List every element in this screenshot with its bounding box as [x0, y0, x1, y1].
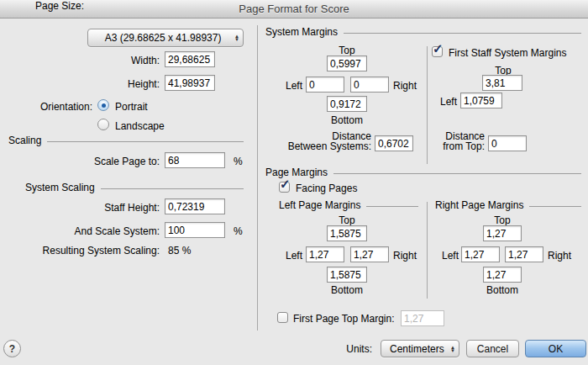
height-field[interactable]: [165, 75, 215, 91]
right-pm-bottom-field[interactable]: [483, 267, 522, 283]
scale-page-unit: %: [234, 156, 243, 167]
distance-from-top-field[interactable]: [488, 135, 527, 151]
left-pm-right-field[interactable]: [350, 246, 389, 262]
left-pm-left-label: Left: [277, 250, 302, 262]
first-staff-left-field[interactable]: [460, 93, 502, 108]
facing-pages-checkbox[interactable]: ✓: [279, 182, 290, 193]
staff-height-field[interactable]: [165, 198, 225, 214]
first-staff-checkbox-label: First Staff System Margins: [449, 47, 566, 59]
width-field[interactable]: [165, 51, 215, 67]
resulting-scaling-label: Resulting System Scaling:: [25, 245, 160, 257]
units-popup[interactable]: Centimeters ▲▼: [381, 340, 459, 357]
left-pm-bottom-label: Bottom: [323, 284, 370, 296]
distance-between-systems-label: Distance Between Systems:: [277, 131, 371, 151]
cancel-button[interactable]: Cancel: [466, 340, 519, 357]
popup-stepper-icon: ▲▼: [450, 346, 455, 352]
page-margins-section-header: Page Margins: [265, 167, 581, 178]
left-pm-bottom-field[interactable]: [327, 267, 367, 283]
landscape-radio[interactable]: [97, 119, 109, 130]
and-scale-system-field[interactable]: [165, 222, 225, 238]
scale-page-field[interactable]: [165, 152, 225, 168]
left-pm-left-field[interactable]: [306, 246, 344, 262]
help-button[interactable]: ?: [3, 340, 21, 357]
system-margins-right-field[interactable]: [350, 77, 389, 93]
system-margins-bottom-label: Bottom: [323, 114, 370, 126]
portrait-label: Portrait: [115, 101, 148, 113]
right-pm-top-field[interactable]: [483, 225, 522, 241]
system-margins-top-label: Top: [323, 45, 370, 56]
window-titlebar[interactable]: Page Format for Score: [0, 0, 588, 19]
system-margins-top-field[interactable]: [327, 56, 367, 71]
portrait-radio[interactable]: [97, 99, 109, 111]
first-staff-checkbox[interactable]: ✓: [432, 46, 443, 57]
facing-pages-label: Facing Pages: [296, 182, 357, 194]
first-page-top-margin-label: First Page Top Margin:: [293, 313, 395, 325]
ok-button[interactable]: OK: [525, 340, 586, 357]
checkmark-icon: ✓: [280, 177, 291, 192]
first-staff-left-label: Left: [432, 96, 457, 108]
left-pm-top-label: Top: [323, 214, 370, 226]
checkmark-icon: ✓: [433, 41, 444, 56]
system-margins-bottom-field[interactable]: [327, 96, 367, 112]
width-label: Width:: [84, 55, 160, 66]
distance-between-systems-field[interactable]: [375, 135, 413, 151]
height-label: Height:: [84, 78, 160, 90]
right-pm-left-field[interactable]: [461, 246, 500, 262]
first-staff-top-field[interactable]: [482, 75, 522, 91]
left-page-margins-header: Left Page Margins: [279, 199, 418, 211]
main-vertical-divider: [257, 25, 258, 331]
system-margins-section-header: System Margins: [265, 26, 581, 38]
right-pm-top-label: Top: [481, 214, 523, 226]
and-scale-system-label: And Scale System:: [42, 225, 160, 237]
landscape-label: Landscape: [115, 120, 165, 132]
page-margins-divider: [427, 202, 428, 299]
page-size-popup[interactable]: A3 (29.68625 x 41.98937) ▲▼: [87, 29, 244, 47]
right-pm-right-label: Right: [548, 250, 571, 262]
resulting-scaling-value: 85 %: [168, 245, 191, 257]
system-scaling-section-header: System Scaling: [25, 182, 244, 193]
and-scale-system-unit: %: [234, 225, 243, 237]
left-pm-right-label: Right: [393, 250, 417, 262]
orientation-label: Orientation:: [8, 101, 92, 113]
system-margins-left-label: Left: [277, 80, 302, 92]
popup-stepper-icon: ▲▼: [234, 34, 239, 41]
right-pm-left-label: Left: [433, 250, 459, 262]
right-page-margins-header: Right Page Margins: [435, 199, 581, 211]
units-popup-value: Centimeters: [390, 343, 447, 355]
scaling-section-header: Scaling: [8, 135, 244, 146]
right-pm-bottom-label: Bottom: [481, 284, 523, 296]
system-margins-left-field[interactable]: [306, 77, 344, 93]
question-mark-icon: ?: [9, 343, 15, 355]
page-size-label: Page Size:: [0, 0, 84, 12]
staff-height-label: Staff Height:: [50, 202, 160, 214]
page-size-popup-value: A3 (29.68625 x 41.98937): [95, 32, 231, 44]
right-pm-right-field[interactable]: [505, 246, 543, 262]
first-page-top-margin-field: [401, 310, 444, 326]
units-label: Units:: [330, 343, 372, 355]
scale-page-label: Scale Page to:: [50, 156, 160, 167]
left-pm-top-field[interactable]: [327, 225, 367, 241]
first-page-top-margin-checkbox[interactable]: [277, 312, 288, 323]
distance-from-top-label: Distance from Top:: [420, 131, 485, 151]
window-title: Page Format for Score: [239, 3, 349, 15]
system-margins-right-label: Right: [393, 80, 417, 92]
